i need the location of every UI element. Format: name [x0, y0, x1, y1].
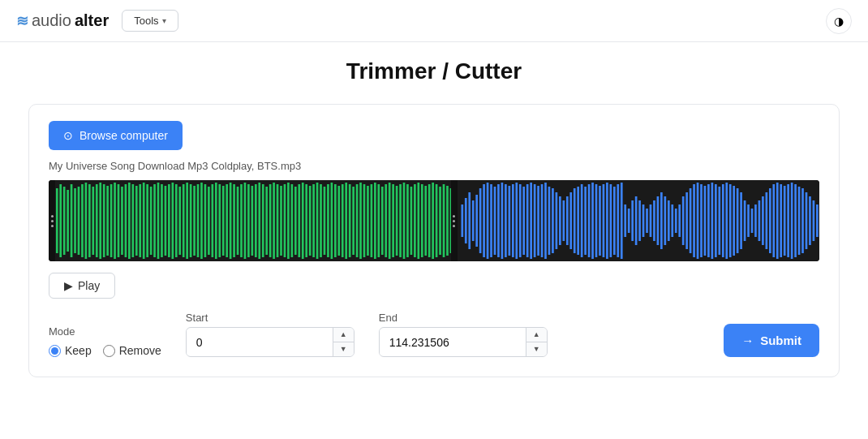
svg-rect-188 [733, 186, 735, 256]
svg-rect-60 [265, 187, 268, 255]
svg-rect-109 [443, 184, 445, 257]
svg-rect-5 [67, 190, 69, 252]
svg-rect-40 [193, 186, 196, 256]
svg-rect-50 [230, 183, 232, 259]
svg-rect-23 [131, 184, 134, 257]
svg-rect-42 [200, 183, 203, 259]
upload-icon: ⊙ [63, 129, 73, 142]
end-time-section: End ▲ ▼ [379, 312, 548, 357]
play-icon: ▶ [64, 279, 73, 292]
svg-rect-171 [671, 204, 673, 237]
svg-rect-38 [186, 183, 188, 259]
svg-rect-136 [544, 183, 547, 259]
svg-rect-130 [522, 187, 525, 255]
mode-remove-label: Remove [119, 344, 161, 357]
svg-rect-163 [642, 204, 644, 237]
svg-rect-58 [258, 183, 260, 259]
svg-rect-67 [291, 184, 294, 257]
svg-rect-159 [627, 209, 630, 233]
svg-rect-167 [656, 196, 659, 245]
svg-rect-211 [816, 204, 819, 237]
submit-button[interactable]: → Submit [724, 324, 819, 357]
svg-rect-26 [143, 183, 145, 259]
svg-rect-135 [540, 184, 543, 257]
svg-rect-184 [718, 187, 720, 255]
svg-rect-6 [71, 184, 73, 257]
svg-rect-198 [768, 188, 771, 253]
svg-rect-173 [678, 204, 681, 237]
svg-rect-78 [331, 183, 333, 259]
mode-label: Mode [49, 325, 161, 338]
svg-rect-179 [700, 184, 703, 257]
svg-rect-55 [247, 184, 250, 257]
svg-rect-9 [81, 184, 84, 257]
svg-rect-203 [787, 184, 789, 257]
submit-arrow-icon: → [741, 334, 754, 347]
svg-rect-183 [715, 184, 717, 257]
svg-rect-208 [805, 192, 807, 249]
start-time-input[interactable] [187, 329, 333, 355]
dark-mode-toggle[interactable]: ◑ [826, 8, 852, 34]
svg-rect-106 [432, 183, 434, 259]
svg-rect-202 [783, 186, 785, 256]
browse-computer-button[interactable]: ⊙ Browse computer [49, 121, 183, 150]
logo: ≋ audioalter [16, 11, 109, 30]
svg-rect-29 [153, 184, 156, 257]
start-time-decrement-button[interactable]: ▼ [333, 342, 354, 356]
end-time-decrement-button[interactable]: ▼ [526, 342, 547, 356]
start-time-label: Start [186, 312, 355, 324]
start-time-increment-button[interactable]: ▲ [333, 328, 354, 342]
svg-rect-36 [178, 187, 181, 255]
svg-rect-25 [139, 184, 141, 257]
play-button[interactable]: ▶ Play [49, 273, 115, 299]
svg-rect-199 [772, 184, 775, 257]
svg-rect-176 [689, 188, 691, 253]
svg-rect-3 [59, 184, 62, 257]
svg-rect-191 [743, 200, 746, 241]
controls-left: Mode Keep Remove Start [49, 312, 548, 357]
file-name-label: My Universe Song Download Mp3 Coldplay, … [49, 160, 819, 172]
svg-rect-39 [190, 184, 192, 257]
waveform-left-handle[interactable] [49, 180, 55, 261]
svg-rect-44 [208, 187, 210, 255]
svg-rect-28 [150, 187, 153, 255]
dark-mode-icon: ◑ [834, 15, 844, 28]
svg-rect-79 [334, 184, 337, 257]
svg-rect-52 [237, 187, 239, 255]
svg-rect-210 [812, 200, 814, 241]
end-time-increment-button[interactable]: ▲ [526, 328, 547, 342]
svg-rect-152 [602, 184, 604, 257]
svg-rect-70 [302, 183, 304, 259]
mode-keep-radio[interactable] [49, 345, 61, 357]
svg-rect-142 [565, 196, 568, 245]
svg-rect-41 [197, 184, 200, 257]
chevron-down-icon: ▾ [162, 16, 166, 25]
svg-rect-153 [606, 183, 608, 259]
svg-rect-131 [526, 184, 528, 257]
svg-rect-124 [501, 183, 503, 259]
svg-rect-11 [88, 184, 91, 257]
svg-rect-84 [352, 187, 355, 255]
svg-rect-132 [530, 183, 532, 259]
svg-rect-155 [612, 187, 615, 255]
svg-rect-147 [584, 187, 587, 255]
browse-button-label: Browse computer [79, 129, 168, 142]
svg-rect-165 [649, 204, 651, 237]
mode-keep-option[interactable]: Keep [49, 344, 92, 357]
svg-rect-14 [99, 183, 101, 259]
svg-rect-162 [638, 200, 641, 241]
mode-remove-radio[interactable] [103, 345, 115, 357]
mode-remove-option[interactable]: Remove [103, 344, 161, 357]
svg-rect-85 [356, 184, 359, 257]
svg-rect-27 [146, 184, 148, 257]
end-time-input[interactable] [380, 329, 526, 355]
svg-rect-178 [696, 183, 698, 259]
waveform-right-handle-green[interactable] [451, 180, 458, 261]
tools-menu-button[interactable]: Tools ▾ [122, 10, 178, 32]
svg-rect-125 [505, 184, 507, 257]
svg-rect-186 [725, 183, 728, 259]
svg-rect-185 [721, 184, 724, 257]
svg-rect-116 [471, 200, 474, 241]
svg-rect-168 [660, 192, 663, 249]
svg-rect-156 [617, 184, 619, 257]
